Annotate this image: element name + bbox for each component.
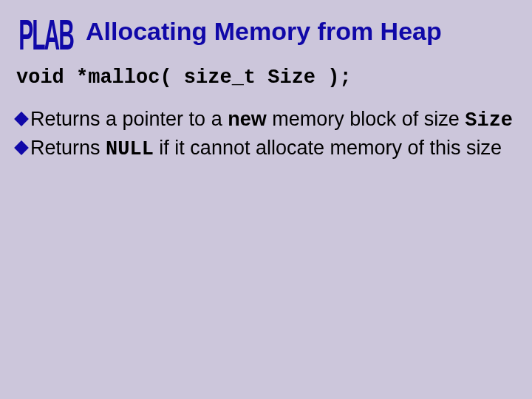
plab-logo: PLAB	[16, 10, 75, 53]
diamond-icon	[14, 140, 29, 155]
slide: PLAB Allocating Memory from Heap void *m…	[0, 0, 532, 399]
function-prototype: void *malloc( size_t Size );	[16, 66, 516, 89]
bullet-text: Returns	[30, 137, 106, 159]
bullet-text-code: Size	[465, 109, 513, 132]
bullet-text: memory block of size	[267, 108, 466, 130]
slide-title: Allocating Memory from Heap	[86, 18, 442, 45]
bullet-text-bold: new	[228, 108, 267, 130]
bullet-text-code: NULL	[106, 138, 154, 160]
diamond-icon	[14, 112, 29, 126]
bullet-text: if it cannot allocate memory of this siz…	[154, 137, 502, 159]
title-row: PLAB Allocating Memory from Heap	[16, 10, 516, 53]
bullet-item: Returns NULL if it cannot allocate memor…	[16, 135, 516, 163]
bullet-list: Returns a pointer to a new memory block …	[16, 106, 516, 162]
bullet-text: Returns a pointer to a	[30, 108, 228, 130]
bullet-item: Returns a pointer to a new memory block …	[16, 106, 516, 134]
plab-logo-text: PLAB	[18, 12, 73, 53]
